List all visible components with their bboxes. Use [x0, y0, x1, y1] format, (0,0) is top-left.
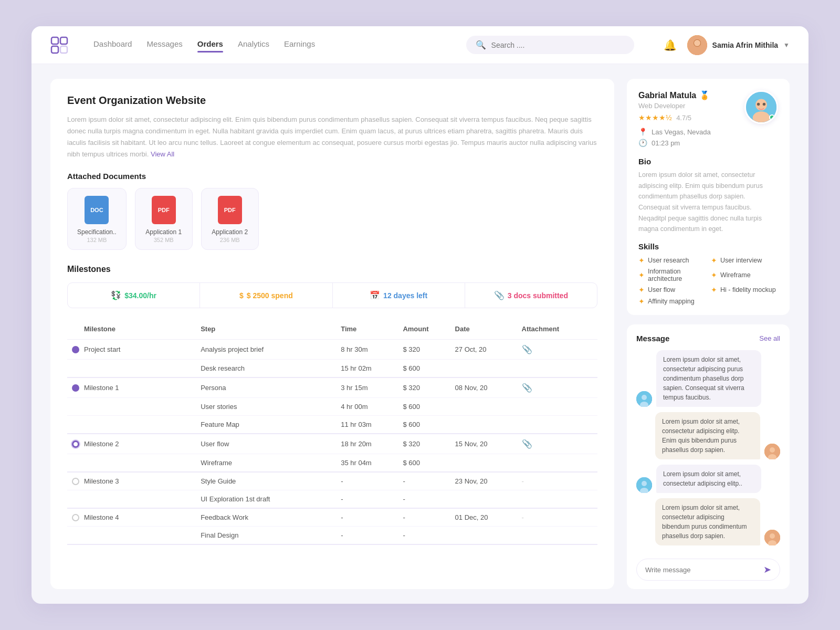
table-row: Project startAnalysis project brief8 hr … [67, 340, 597, 360]
skill-dot: ✦ [711, 271, 717, 279]
stars-icon: ★★★★½ [638, 113, 672, 122]
table-row: User stories4 hr 00m$ 600 [67, 398, 597, 416]
col-attachment: Attachment [522, 321, 597, 340]
profile-time: 01:23 pm [652, 139, 680, 147]
timeline-col [67, 434, 84, 454]
rating-value: 4.7/5 [676, 114, 691, 122]
step-cell: UI Exploration 1st draft [201, 490, 341, 509]
doc-card-2[interactable]: PDF Application 1 352 MB [135, 188, 193, 250]
col-date: Date [455, 321, 522, 340]
milestone-label: Milestone 2 [84, 434, 201, 454]
search-input[interactable] [491, 41, 617, 49]
bio-title: Bio [638, 157, 778, 166]
nav-earnings[interactable]: Earnings [284, 39, 315, 50]
skill-item: ✦Affinity mapping [638, 297, 706, 306]
attachment-icon[interactable]: 📎 [522, 439, 532, 448]
timeline-dot [72, 478, 79, 485]
doc-name-1: Specification.. [77, 228, 117, 236]
time-cell: - [341, 472, 403, 490]
send-icon[interactable]: ➤ [763, 564, 771, 575]
timeline-col [67, 360, 84, 378]
message-header: Message See all [636, 334, 780, 343]
attachment-cell[interactable] [522, 398, 597, 416]
user-name: Samia Afrin Mithila [712, 41, 779, 49]
message-avatar [764, 530, 780, 545]
step-cell: Feedback Work [201, 508, 341, 527]
timeline-col [67, 490, 84, 509]
date-cell [455, 398, 522, 416]
message-card: Message See all Lorem ipsum dolor sit am… [627, 324, 790, 589]
attachment-cell[interactable] [522, 454, 597, 472]
nav-dashboard[interactable]: Dashboard [93, 39, 132, 50]
message-item: Lorem ipsum dolor sit amet, consectetur … [636, 465, 780, 493]
message-avatar [764, 444, 780, 459]
table-row: Final Design-- [67, 527, 597, 545]
message-item: Lorem ipsum dolor sit amet, consectetur … [636, 350, 780, 407]
messages-list: Lorem ipsum dolor sit amet, consectetur … [636, 350, 780, 552]
attachment-icon[interactable]: 📎 [522, 383, 532, 392]
step-cell: Analysis project brief [201, 340, 341, 360]
milestone-label [84, 454, 201, 472]
profile-location: Las Vegas, Nevada [652, 128, 711, 136]
message-input[interactable] [645, 566, 758, 574]
milestone-label [84, 416, 201, 434]
search-bar: 🔍 [466, 36, 634, 54]
attachment-cell[interactable] [522, 527, 597, 545]
svg-point-11 [757, 103, 760, 106]
nav-analytics[interactable]: Analytics [238, 39, 269, 50]
step-cell: User flow [201, 434, 341, 454]
main-nav: Dashboard Messages Orders Analytics Earn… [93, 39, 449, 50]
attachment-icon[interactable]: 📎 [522, 345, 532, 354]
date-cell: 01 Dec, 20 [455, 508, 522, 527]
nav-messages[interactable]: Messages [146, 39, 182, 50]
skill-item: ✦User interview [711, 256, 778, 265]
timeline-dot [72, 346, 79, 353]
message-avatar [636, 391, 652, 407]
attachment-cell[interactable] [522, 490, 597, 509]
clock-icon: 🕐 [638, 139, 647, 147]
user-menu[interactable]: Samia Afrin Mithila ▼ [687, 35, 790, 55]
attachment-cell[interactable] [522, 360, 597, 378]
stat-docs: 📎 3 docs submitted [465, 283, 597, 308]
step-cell: Desk research [201, 360, 341, 378]
doc-card-3[interactable]: PDF Application 2 236 MB [201, 188, 259, 250]
rate-value: $34.00/hr [124, 291, 156, 300]
profile-rating: ★★★★½ 4.7/5 [638, 113, 711, 122]
attachment-cell[interactable]: 📎 [522, 434, 597, 454]
skills-title: Skills [638, 242, 778, 251]
timeline-col [67, 527, 84, 545]
skill-dot: ✦ [638, 297, 645, 306]
logo[interactable] [50, 36, 68, 54]
skill-dot: ✦ [638, 271, 645, 279]
table-row: Milestone 2User flow18 hr 20m$ 32015 Nov… [67, 434, 597, 454]
see-all-link[interactable]: See all [759, 334, 780, 342]
svg-point-20 [642, 481, 647, 486]
amount-cell: $ 600 [403, 454, 455, 472]
milestone-label [84, 490, 201, 509]
milestone-label: Milestone 4 [84, 508, 201, 527]
amount-cell: - [403, 472, 455, 490]
attachment-cell[interactable] [522, 416, 597, 434]
skill-dot: ✦ [638, 256, 645, 265]
right-panel: Gabrial Matula 🏅 Web Developer ★★★★½ 4.7… [627, 79, 790, 589]
doc-card-1[interactable]: DOC Specification.. 132 MB [67, 188, 127, 250]
attachment-cell[interactable]: - [522, 472, 597, 490]
profile-avatar [744, 90, 778, 124]
time-cell: - [341, 490, 403, 509]
step-cell: Final Design [201, 527, 341, 545]
step-cell: Persona [201, 377, 341, 398]
attachment-cell[interactable]: - [522, 508, 597, 527]
stat-days: 📅 12 dayes left [333, 283, 465, 308]
view-all-link[interactable]: View All [151, 150, 174, 158]
message-bubble: Lorem ipsum dolor sit amet, consectetur … [656, 465, 761, 493]
time-cell: - [341, 508, 403, 527]
time-cell: - [341, 527, 403, 545]
bell-icon[interactable]: 🔔 [664, 39, 677, 51]
time-cell: 35 hr 04m [341, 454, 403, 472]
message-avatar [636, 477, 652, 493]
message-bubble: Lorem ipsum dolor sit amet, consectetur … [656, 350, 761, 407]
attachment-cell[interactable]: 📎 [522, 340, 597, 360]
svg-point-14 [642, 395, 647, 400]
attachment-cell[interactable]: 📎 [522, 377, 597, 398]
nav-orders[interactable]: Orders [197, 39, 223, 50]
